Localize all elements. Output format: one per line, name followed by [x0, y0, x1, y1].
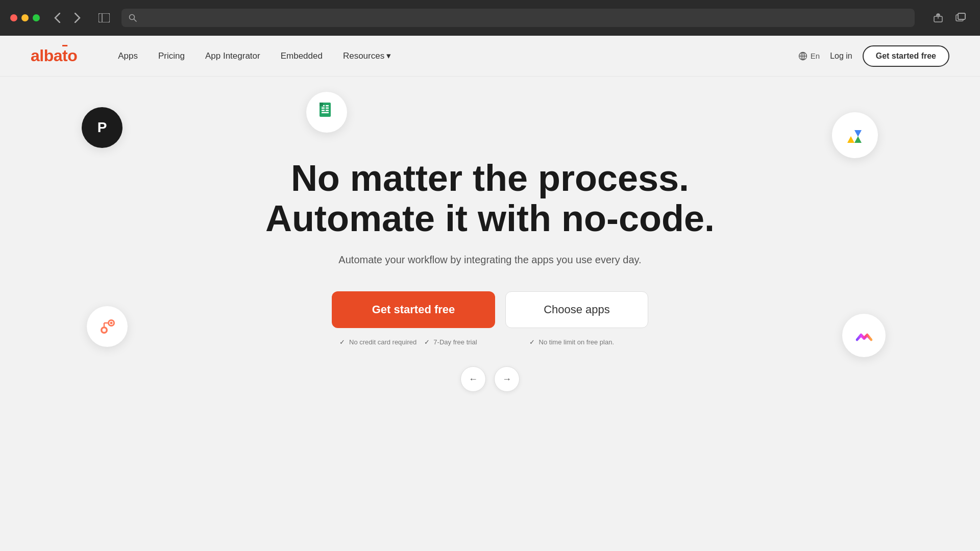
svg-point-26: [110, 322, 113, 324]
minimize-button[interactable]: [21, 14, 29, 21]
nav-apps[interactable]: Apps: [118, 51, 138, 61]
browser-nav-buttons: [48, 9, 87, 27]
check-icon-3: ✓: [529, 338, 535, 346]
navbar: albato Apps Pricing App Integrator Embed…: [0, 36, 980, 77]
chevron-down-icon: ▾: [386, 51, 391, 61]
google-ads-svg: [842, 122, 868, 148]
sidebar-toggle-button[interactable]: [95, 9, 113, 27]
globe-icon: [798, 52, 807, 61]
nav-pricing[interactable]: Pricing: [158, 51, 185, 61]
svg-rect-17: [322, 110, 325, 111]
traffic-lights: [10, 14, 40, 21]
svg-rect-0: [99, 13, 110, 22]
sheets-svg: [315, 101, 338, 123]
cta-meta: ✓ No credit card required ✓ 7-Day free t…: [327, 338, 653, 346]
choose-apps-button[interactable]: Choose apps: [505, 291, 648, 328]
get-started-hero-button[interactable]: Get started free: [332, 291, 495, 328]
cta-meta-right: ✓ No time limit on free plan.: [490, 338, 653, 346]
search-icon: [129, 14, 137, 22]
language-selector[interactable]: En: [798, 52, 820, 61]
carousel-controls: ← →: [460, 366, 520, 392]
svg-rect-14: [326, 105, 329, 107]
pixabay-icon-float: P: [82, 107, 122, 148]
hubspot-icon-float: [87, 306, 128, 347]
new-window-button[interactable]: [951, 9, 970, 27]
hero-section: P: [0, 77, 980, 459]
logo-text: albato: [31, 46, 77, 65]
check-icon-2: ✓: [424, 338, 430, 346]
nav-resources[interactable]: Resources ▾: [343, 51, 391, 61]
check-icon-1: ✓: [339, 338, 345, 346]
svg-rect-15: [322, 108, 325, 109]
hubspot-svg: [97, 316, 117, 337]
browser-action-buttons: [929, 9, 970, 27]
svg-rect-6: [958, 13, 965, 19]
sheets-icon-float: [306, 92, 347, 133]
nav-right: En Log in Get started free: [798, 45, 949, 67]
back-button[interactable]: [48, 9, 66, 27]
address-bar[interactable]: [121, 9, 915, 27]
browser-chrome: [0, 0, 980, 36]
close-button[interactable]: [10, 14, 17, 21]
share-button[interactable]: [929, 9, 947, 27]
website: albato Apps Pricing App Integrator Embed…: [0, 36, 980, 551]
forward-button[interactable]: [68, 9, 87, 27]
google-ads-icon-float: [832, 112, 878, 158]
svg-line-3: [134, 19, 137, 22]
nav-app-integrator[interactable]: App Integrator: [205, 51, 260, 61]
cta-buttons: Get started free Choose apps: [332, 291, 648, 328]
svg-marker-21: [847, 136, 854, 143]
nav-links: Apps Pricing App Integrator Embedded Res…: [118, 51, 798, 61]
svg-marker-23: [854, 136, 862, 143]
svg-marker-22: [854, 130, 862, 137]
clickup-icon-float: [842, 314, 886, 357]
get-started-nav-button[interactable]: Get started free: [863, 45, 949, 67]
cta-meta-left: ✓ No credit card required ✓ 7-Day free t…: [327, 338, 490, 346]
lang-label: En: [811, 52, 820, 60]
login-button[interactable]: Log in: [830, 52, 852, 61]
svg-rect-16: [326, 108, 329, 109]
svg-point-30: [103, 329, 106, 332]
carousel-prev-button[interactable]: ←: [460, 366, 486, 392]
nav-embedded[interactable]: Embedded: [281, 51, 323, 61]
carousel-next-button[interactable]: →: [494, 366, 520, 392]
logo[interactable]: albato: [31, 46, 77, 65]
svg-rect-19: [322, 112, 329, 114]
hero-subtitle: Automate your workflow by integrating th…: [338, 254, 641, 266]
svg-rect-18: [326, 110, 329, 111]
hero-title: No matter the process. Automate it with …: [265, 158, 715, 239]
maximize-button[interactable]: [33, 14, 40, 21]
clickup-svg: [853, 324, 875, 347]
